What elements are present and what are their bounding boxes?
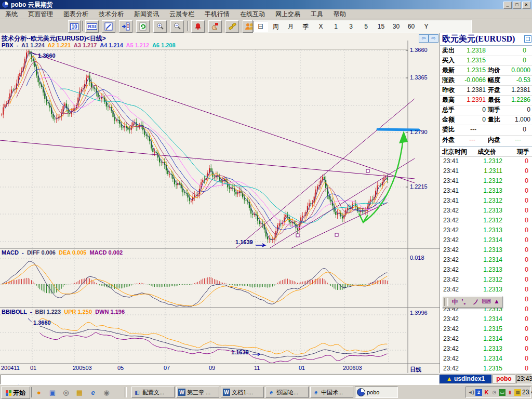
- system-tray: ◄)2K◷▭▮▦ 23:45: [466, 387, 531, 398]
- indicator-button[interactable]: 10: [68, 20, 81, 33]
- folders-icon[interactable]: ▤: [75, 388, 84, 397]
- card-icon[interactable]: ▦: [514, 389, 521, 396]
- menu-item-网上交易[interactable]: 网上交易: [270, 9, 305, 19]
- swirl-icon[interactable]: ●: [34, 388, 44, 397]
- period-button-15[interactable]: 15: [374, 21, 389, 32]
- minimize-button[interactable]: _: [503, 2, 512, 9]
- scroll-right-button[interactable]: ⇨: [429, 34, 438, 43]
- ime-icon-3[interactable]: ⌨: [481, 298, 491, 307]
- task-button-3[interactable]: e强国论...: [265, 387, 309, 398]
- quote-row: 卖出1.23180: [440, 46, 532, 56]
- quote-row: 总手0现手0: [440, 105, 532, 115]
- period-button-季[interactable]: 季: [298, 21, 313, 32]
- media-icon[interactable]: ◉: [102, 388, 111, 397]
- scroll-left-button[interactable]: ⇦: [419, 34, 429, 43]
- menu-item-系统[interactable]: 系统: [0, 9, 23, 19]
- ie-icon[interactable]: e: [88, 388, 98, 397]
- bbiboll-indicator-row: BBIBOLL - BBI 1.223 UPR 1.250 DWN 1.196: [2, 309, 128, 315]
- taskbar: 开始 ◄)2K◷▭▮▦ 23:45 ●▣◎▤e◉◧配置文...W第三章 ...W…: [0, 384, 532, 399]
- period-button-月[interactable]: 月: [283, 21, 298, 32]
- title-bar[interactable]: pobo 云晨期货 _ □ ×: [0, 0, 532, 9]
- period-strip: 日周月季X135153060Y: [252, 20, 472, 33]
- monitor-icon[interactable]: ▭: [499, 389, 506, 396]
- pobo-tab[interactable]: pobo: [493, 375, 515, 383]
- status-clock: 23:43: [516, 375, 531, 383]
- maximize-button[interactable]: □: [513, 2, 521, 9]
- tick-row-18: 23:421.23140: [440, 334, 532, 344]
- price-chart[interactable]: [0, 33, 440, 373]
- zoom-out-icon: [173, 22, 181, 31]
- ime-icon-2[interactable]: ノ: [471, 298, 481, 307]
- zoom-in-icon: [156, 22, 164, 31]
- task-button-4[interactable]: e中国术...: [310, 387, 353, 398]
- usdindex-tab[interactable]: ▲ usdindex1: [440, 375, 491, 383]
- period-button-3[interactable]: 3: [343, 21, 358, 32]
- plug-icon: [228, 22, 236, 31]
- pointer-button[interactable]: [208, 20, 222, 33]
- menu-item-新闻资讯[interactable]: 新闻资讯: [129, 9, 164, 19]
- task-label: 中国术...: [321, 389, 343, 396]
- ime-grip[interactable]: [444, 298, 448, 306]
- task-button-2[interactable]: W文档1-...: [221, 387, 264, 398]
- tick-row-7: 23:421.23130: [440, 225, 532, 235]
- close-button[interactable]: ×: [522, 2, 530, 9]
- menu-item-帮助[interactable]: 帮助: [328, 9, 351, 19]
- task-button-pobo[interactable]: pobo: [355, 387, 398, 398]
- clock-icon[interactable]: ◷: [491, 389, 498, 396]
- period-button-1[interactable]: 1: [328, 21, 343, 32]
- menu-item-手机行情[interactable]: 手机行情: [200, 9, 235, 19]
- menu-item-云晨专栏[interactable]: 云晨专栏: [164, 9, 200, 19]
- alert-button[interactable]: [191, 20, 205, 33]
- tick-row-8: 23:421.23140: [440, 235, 532, 245]
- image-editor-icon[interactable]: ▣: [48, 388, 57, 397]
- start-button[interactable]: 开始: [1, 387, 30, 399]
- tick-table-header: 北京时间成交价现手: [440, 147, 532, 157]
- messenger-icon[interactable]: 2: [475, 389, 482, 396]
- period-button-5[interactable]: 5: [358, 21, 374, 32]
- quote-row: 最新1.2315均价0.0000: [440, 65, 532, 76]
- ie-icon: e: [268, 389, 275, 396]
- price-axis-label-2: 1.2790: [410, 129, 428, 135]
- connect-button[interactable]: [225, 20, 239, 33]
- menu-item-技术分析[interactable]: 技术分析: [94, 9, 129, 19]
- rsi-button[interactable]: RSI: [85, 20, 99, 33]
- chart-icon[interactable]: ▮: [507, 389, 513, 396]
- zoom-in-button[interactable]: [153, 20, 167, 33]
- menu-item-在线互动[interactable]: 在线互动: [235, 9, 270, 19]
- macd-axis-label: 0.018: [410, 255, 424, 261]
- app-window: pobo 云晨期货 _ □ × 系统页面管理图表分析技术分析新闻资讯云晨专栏手机…: [0, 0, 532, 399]
- period-button-60[interactable]: 60: [404, 21, 419, 32]
- draw-button[interactable]: [102, 20, 115, 33]
- x-axis-label-6: 11: [254, 365, 260, 371]
- ime-icon-1[interactable]: ’。: [460, 298, 471, 307]
- restore-panel-icon[interactable]: [524, 35, 531, 43]
- menu-item-图表分析[interactable]: 图表分析: [58, 9, 94, 19]
- low-price-label: 1.1639: [235, 239, 253, 245]
- k-icon[interactable]: K: [483, 389, 490, 396]
- ime-icon-4[interactable]: ▲: [491, 298, 502, 307]
- peak-price-label: 1.3660: [38, 52, 56, 59]
- period-button-周[interactable]: 周: [268, 21, 283, 32]
- period-button-Y[interactable]: Y: [419, 21, 434, 32]
- zoom-out-button[interactable]: [170, 20, 184, 33]
- period-button-30[interactable]: 30: [389, 21, 404, 32]
- task-button-0[interactable]: ◧配置文...: [131, 387, 175, 398]
- quote-title: 欧元美元(EURUSD): [440, 33, 532, 46]
- menu-item-工具[interactable]: 工具: [305, 9, 328, 19]
- period-button-日[interactable]: 日: [253, 21, 268, 32]
- volume-icon[interactable]: ◄): [468, 389, 474, 396]
- menu-item-页面管理[interactable]: 页面管理: [23, 9, 58, 19]
- ime-toolbar[interactable]: 中’。ノ⌨▲: [442, 296, 502, 308]
- search-icon[interactable]: ◎: [61, 388, 71, 397]
- ime-icon-0[interactable]: 中: [450, 298, 460, 307]
- task-button-1[interactable]: W第三章 ...: [176, 387, 219, 398]
- windows-logo-icon: [6, 390, 11, 396]
- refresh-button[interactable]: [136, 20, 150, 33]
- task-label: pobo: [367, 389, 379, 395]
- refresh-icon: [139, 22, 147, 31]
- hand-icon: [211, 22, 219, 31]
- toolbar: 10 RSI: [0, 19, 532, 34]
- bbi-low-label: 1.1639: [231, 349, 249, 355]
- data-export-button[interactable]: [119, 20, 132, 33]
- period-button-X[interactable]: X: [313, 21, 328, 32]
